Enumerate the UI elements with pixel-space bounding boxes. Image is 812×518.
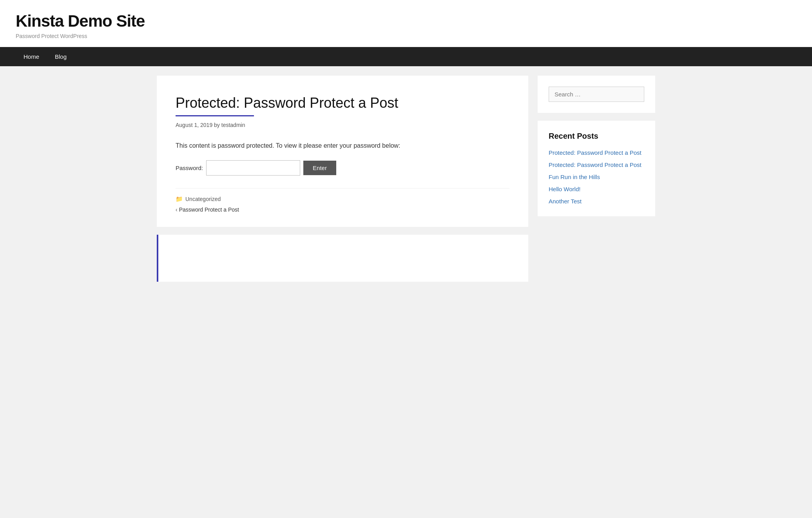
recent-post-link-2[interactable]: Protected: Password Protect a Post: [549, 161, 642, 168]
site-header: Kinsta Demo Site Password Protect WordPr…: [0, 0, 812, 47]
list-item: Another Test: [549, 197, 644, 205]
password-form: Password: Enter: [176, 160, 509, 176]
recent-post-link-5[interactable]: Another Test: [549, 198, 582, 205]
list-item: Protected: Password Protect a Post: [549, 161, 644, 169]
sidebar: Recent Posts Protected: Password Protect…: [538, 76, 655, 282]
post-nav: ‹ Password Protect a Post: [176, 206, 509, 213]
list-item: Hello World!: [549, 185, 644, 193]
prev-arrow: ‹: [176, 206, 178, 213]
post-categories: 📁 Uncategorized: [176, 196, 509, 203]
post-description: This content is password protected. To v…: [176, 141, 509, 151]
recent-posts-title: Recent Posts: [549, 132, 644, 141]
prev-post-link[interactable]: Password Protect a Post: [179, 206, 239, 213]
nav-item-home[interactable]: Home: [16, 47, 47, 66]
site-title: Kinsta Demo Site: [16, 12, 796, 31]
search-widget: [538, 76, 655, 113]
post-title: Protected: Password Protect a Post: [176, 94, 509, 111]
post-footer: 📁 Uncategorized ‹ Password Protect a Pos…: [176, 188, 509, 213]
site-nav: Home Blog: [0, 47, 812, 66]
post-meta: August 1, 2019 by testadmin: [176, 122, 509, 128]
list-item: Protected: Password Protect a Post: [549, 149, 644, 157]
search-input[interactable]: [549, 87, 644, 102]
recent-post-link-4[interactable]: Hello World!: [549, 186, 580, 192]
recent-posts-list: Protected: Password Protect a Post Prote…: [549, 149, 644, 205]
list-item: Fun Run in the Hills: [549, 173, 644, 181]
folder-icon: 📁: [176, 196, 183, 203]
recent-posts-widget: Recent Posts Protected: Password Protect…: [538, 121, 655, 216]
second-card: [157, 235, 528, 282]
site-tagline: Password Protect WordPress: [16, 33, 796, 39]
main-column: Protected: Password Protect a Post Augus…: [157, 76, 528, 282]
nav-link-blog[interactable]: Blog: [47, 47, 74, 66]
enter-button[interactable]: Enter: [303, 161, 336, 175]
nav-item-blog[interactable]: Blog: [47, 47, 74, 66]
post-card: Protected: Password Protect a Post Augus…: [157, 76, 528, 227]
password-input[interactable]: [206, 160, 300, 176]
nav-link-home[interactable]: Home: [16, 47, 47, 66]
recent-post-link-3[interactable]: Fun Run in the Hills: [549, 174, 600, 180]
post-title-underline: [176, 115, 254, 116]
password-label: Password:: [176, 165, 203, 171]
site-content: Protected: Password Protect a Post Augus…: [147, 76, 665, 282]
recent-post-link-1[interactable]: Protected: Password Protect a Post: [549, 149, 642, 156]
category-label: Uncategorized: [185, 196, 221, 202]
